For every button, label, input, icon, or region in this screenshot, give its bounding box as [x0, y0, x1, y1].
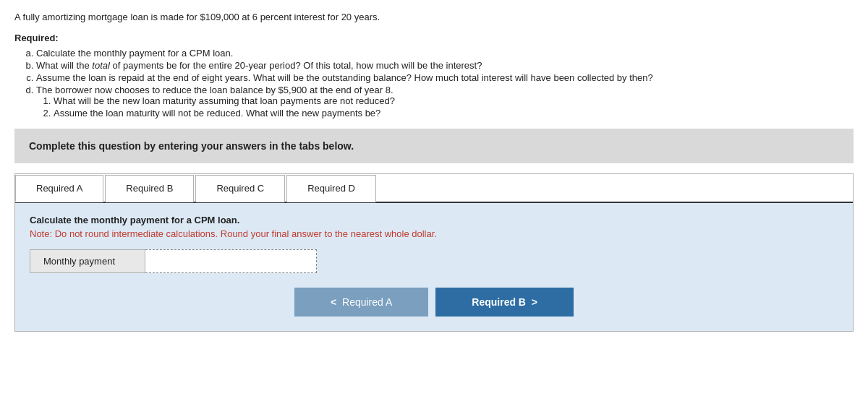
sub-list: What will be the new loan maturity assum… — [54, 95, 854, 119]
tab-required-b[interactable]: Required B — [105, 175, 194, 202]
complete-box: Complete this question by entering your … — [14, 129, 854, 163]
tab-content: Calculate the monthly payment for a CPM … — [15, 203, 853, 331]
next-chevron-icon: > — [532, 296, 537, 308]
requirement-d: The borrower now chooses to reduce the l… — [36, 85, 854, 119]
prev-button-label: Required A — [342, 296, 392, 308]
next-button-label: Required B — [472, 296, 526, 308]
requirement-c: Assume the loan is repaid at the end of … — [36, 72, 854, 83]
requirement-b: What will the total of payments be for t… — [36, 60, 854, 71]
page-container: A fully amortizing mortgage loan is made… — [0, 0, 868, 339]
tab-required-c[interactable]: Required C — [195, 175, 285, 202]
tab-content-note: Note: Do not round intermediate calculat… — [30, 228, 838, 239]
intro-text: A fully amortizing mortgage loan is made… — [14, 12, 854, 22]
monthly-payment-input[interactable] — [145, 249, 317, 273]
sub-item-1: What will be the new loan maturity assum… — [54, 95, 854, 106]
monthly-payment-label: Monthly payment — [30, 249, 145, 273]
tabs-row: Required A Required B Required C Require… — [15, 174, 853, 203]
requirements-list: Calculate the monthly payment for a CPM … — [36, 48, 854, 119]
prev-chevron-icon: < — [331, 296, 336, 308]
sub-item-2: Assume the loan maturity will not be red… — [54, 108, 854, 119]
requirement-a: Calculate the monthly payment for a CPM … — [36, 48, 854, 59]
prev-button[interactable]: < Required A — [294, 288, 428, 317]
nav-buttons: < Required A Required B > — [30, 288, 838, 324]
next-button[interactable]: Required B > — [435, 288, 574, 317]
monthly-payment-row: Monthly payment — [30, 249, 838, 273]
tab-required-a[interactable]: Required A — [15, 175, 103, 202]
tab-content-title: Calculate the monthly payment for a CPM … — [30, 215, 838, 225]
tab-required-d[interactable]: Required D — [286, 175, 376, 202]
tabs-section: Required A Required B Required C Require… — [14, 173, 854, 332]
required-label: Required: — [14, 33, 854, 43]
